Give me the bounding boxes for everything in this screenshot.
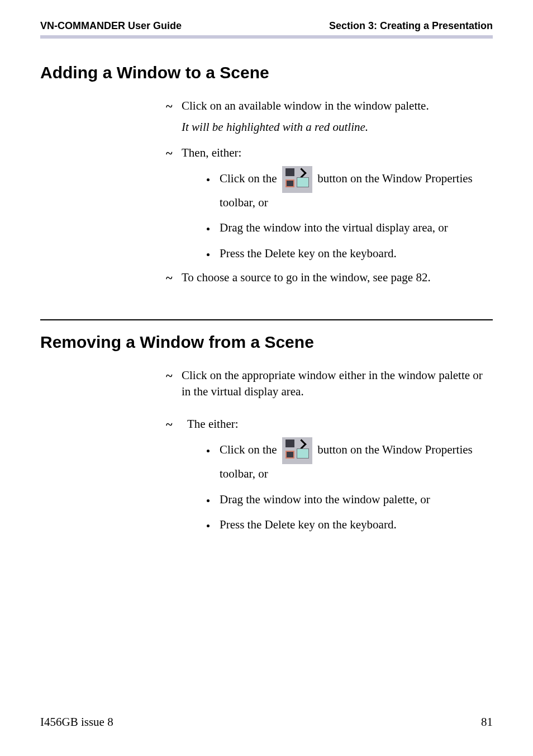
step-text: The either:	[182, 416, 493, 433]
sub-bullet-list: Click on the button on the Window Proper…	[194, 437, 493, 535]
step-item: ~ Click on an available window in the wi…	[166, 98, 493, 115]
section-heading-adding: Adding a Window to a Scene	[40, 63, 493, 82]
section-divider	[40, 319, 493, 320]
step-note: It will be highlighted with a red outlin…	[182, 119, 493, 135]
step-item: ~ To choose a source to go in the window…	[166, 270, 493, 286]
bullet-text-pre: Click on the	[220, 172, 280, 185]
add-window-toolbar-icon	[282, 437, 312, 464]
page-footer: I456GB issue 8 81	[40, 715, 493, 729]
sub-bullet-list: Click on the button on the Window Proper…	[194, 166, 493, 264]
header-right: Section 3: Creating a Presentation	[329, 20, 493, 32]
step-text: To choose a source to go in the window, …	[182, 270, 493, 286]
section1-body: ~ Click on an available window in the wi…	[166, 98, 493, 286]
tilde-marker: ~	[166, 98, 182, 115]
list-item: Drag the window into the window palette,…	[216, 490, 493, 510]
tilde-marker: ~	[166, 416, 182, 433]
section2-body: ~ Click on the appropriate window either…	[166, 367, 493, 535]
document-page: VN-COMMANDER User Guide Section 3: Creat…	[0, 0, 533, 756]
list-item: Press the Delete key on the keyboard.	[216, 244, 493, 264]
bullet-text-pre: Click on the	[220, 443, 280, 456]
step-text: Click on an available window in the wind…	[182, 98, 493, 115]
list-item: Drag the window into the virtual display…	[216, 218, 493, 238]
list-item: Click on the button on the Window Proper…	[216, 166, 493, 213]
step-item: ~ The either:	[166, 416, 493, 433]
step-text: Click on the appropriate window either i…	[182, 367, 493, 399]
add-window-toolbar-icon	[282, 166, 312, 193]
footer-left: I456GB issue 8	[40, 715, 113, 729]
tilde-marker: ~	[166, 367, 182, 399]
tilde-marker: ~	[166, 270, 182, 286]
footer-page-number: 81	[481, 715, 493, 729]
step-item: ~ Click on the appropriate window either…	[166, 367, 493, 399]
page-header: VN-COMMANDER User Guide Section 3: Creat…	[40, 20, 493, 39]
list-item: Click on the button on the Window Proper…	[216, 437, 493, 484]
header-left: VN-COMMANDER User Guide	[40, 20, 182, 32]
section-heading-removing: Removing a Window from a Scene	[40, 333, 493, 352]
step-item: ~ Then, either:	[166, 145, 493, 162]
tilde-marker: ~	[166, 145, 182, 162]
step-text: Then, either:	[182, 145, 493, 162]
list-item: Press the Delete key on the keyboard.	[216, 515, 493, 535]
